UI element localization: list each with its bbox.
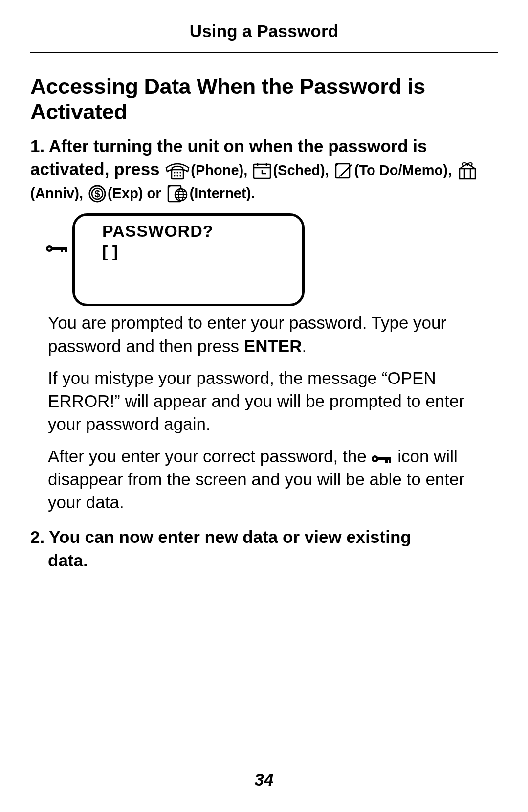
step-2-text-line1: You can now enter new data or view exist…: [49, 527, 411, 546]
phone-label: (Phone): [191, 162, 243, 178]
svg-rect-15: [460, 169, 475, 179]
anniv-icon: [457, 161, 478, 180]
sep: ,: [243, 162, 251, 178]
svg-point-33: [374, 457, 376, 460]
todo-label: (To Do/Memo): [354, 162, 448, 178]
lcd-screen: PASSWORD? [ ]: [72, 213, 305, 306]
enter-key-label: ENTER: [244, 337, 302, 356]
sep-or: or: [143, 185, 165, 201]
sep: ,: [448, 162, 456, 178]
paragraph-2: If you mistype your password, the messag…: [48, 366, 498, 436]
svg-rect-30: [61, 249, 63, 252]
svg-point-2: [177, 172, 178, 173]
step-2-text-line2: data.: [48, 549, 498, 572]
svg-point-5: [177, 175, 178, 176]
svg-rect-31: [65, 249, 67, 252]
svg-text:$: $: [94, 188, 100, 199]
svg-rect-13: [336, 164, 350, 178]
exp-label: (Exp): [108, 185, 143, 201]
lcd-prompt: PASSWORD?: [102, 222, 291, 241]
step-1: 1. After turning the unit on when the pa…: [30, 135, 498, 204]
paragraph-3: After you enter your correct password, t…: [48, 445, 498, 514]
manual-page: Using a Password Accessing Data When the…: [0, 0, 528, 812]
key-icon: [45, 243, 68, 256]
step-1-number: 1.: [30, 136, 44, 156]
svg-point-6: [180, 175, 181, 176]
internet-label: (Internet): [190, 185, 251, 201]
page-number: 34: [0, 770, 528, 789]
page-header-title: Using a Password: [30, 22, 498, 53]
para1-part-b: .: [302, 337, 307, 356]
anniv-label: (Anniv): [30, 185, 79, 201]
sched-label: (Sched): [273, 162, 325, 178]
svg-point-4: [174, 175, 176, 176]
section-heading: Accessing Data When the Password is Acti…: [30, 74, 498, 125]
sep: ,: [325, 162, 333, 178]
step-2-number: 2.: [30, 527, 44, 546]
expense-icon: $: [88, 184, 107, 203]
schedule-icon: [252, 162, 272, 180]
svg-point-1: [174, 172, 176, 173]
key-icon-inline: [371, 447, 397, 466]
step-2: 2. You can now enter new data or view ex…: [30, 525, 498, 572]
svg-rect-0: [172, 170, 183, 179]
paragraph-1: You are prompted to enter your password.…: [48, 311, 498, 358]
password-screen-row: PASSWORD? [ ]: [45, 213, 498, 306]
svg-point-28: [48, 248, 50, 250]
sep: ,: [79, 185, 87, 201]
phone-icon: [165, 162, 190, 180]
svg-point-3: [180, 172, 181, 173]
lcd-input-brackets: [ ]: [102, 242, 291, 261]
period: .: [251, 185, 255, 201]
internet-icon: [166, 184, 189, 203]
svg-rect-35: [385, 460, 388, 463]
memo-icon: [334, 162, 353, 180]
svg-rect-36: [389, 460, 391, 463]
para3-part-a: After you enter your correct password, t…: [48, 447, 371, 466]
